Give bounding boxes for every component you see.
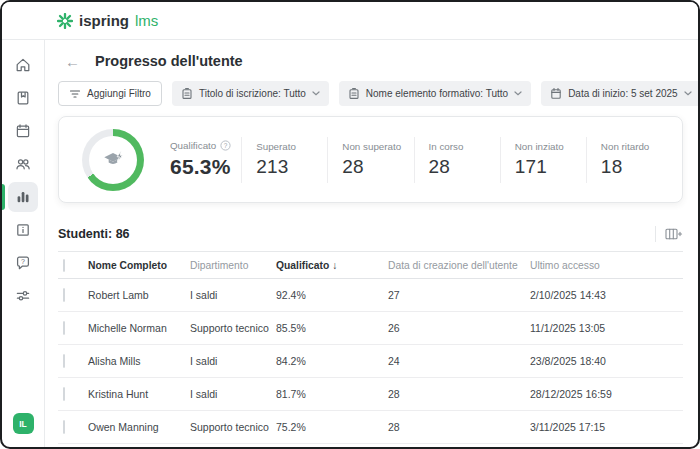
table-row[interactable]: Alisha Mills I saldi 84.2% 24 23/8/2025 … (58, 345, 683, 378)
select-all-checkbox[interactable] (63, 259, 65, 272)
cell-department: Supporto tecnico (190, 421, 276, 433)
students-count-title: Studenti: 86 (58, 227, 130, 241)
stat-not-started: Non inziato 171 (500, 137, 586, 183)
stat-value: 28 (342, 156, 413, 178)
cell-last-access: 28/12/2025 16:59 (530, 388, 683, 400)
cell-created: 26 (388, 322, 530, 334)
stat-value: 65.3% (170, 155, 241, 179)
column-header-created[interactable]: Data di creazione dell'utente (388, 260, 530, 271)
cell-qualified: 84.2% (276, 355, 388, 367)
home-icon (14, 56, 32, 74)
filter-chip-start-date[interactable]: Data di inizio: 5 set 2025 (541, 81, 700, 106)
top-bar: ispring lms (2, 2, 698, 40)
book-icon (14, 89, 32, 107)
reports-icon (14, 188, 32, 206)
stats-row: Qualificato ? 65.3% Superato (170, 137, 682, 183)
graduation-cap-bolt-icon (82, 129, 144, 191)
ispring-spark-logo-icon (57, 13, 73, 29)
stat-qualified: Qualificato ? 65.3% (170, 137, 241, 183)
filter-chip-content-item[interactable]: Nome elemento formativo: Tutto (339, 81, 531, 106)
stat-value: 28 (429, 156, 500, 178)
settings-sliders-icon (14, 287, 32, 305)
cell-name[interactable]: Owen Manning (88, 421, 190, 433)
sidebar-item-home[interactable] (8, 50, 38, 80)
kiosk-icon (14, 221, 32, 239)
manage-columns-button[interactable] (665, 228, 683, 240)
column-header-last-access[interactable]: Ultimo accesso (530, 260, 683, 271)
row-checkbox[interactable] (63, 288, 65, 302)
table-row[interactable]: Owen Manning Supporto tecnico 75.2% 28 3… (58, 411, 683, 444)
stat-failed: Non superato 28 (327, 137, 413, 183)
stat-in-progress: In corso 28 (414, 137, 500, 183)
column-header-qualified[interactable]: Qualificato↓ (276, 260, 388, 271)
filter-chip-label: Data di inizio: 5 set 2025 (568, 88, 678, 99)
cell-name[interactable]: Robert Lamb (88, 289, 190, 301)
cell-last-access: 2/10/2025 14:43 (530, 289, 683, 301)
cell-last-access: 23/8/2025 18:40 (530, 355, 683, 367)
table-row[interactable]: Michelle Norman Supporto tecnico 85.5% 2… (58, 312, 683, 345)
cell-department: I saldi (190, 289, 276, 301)
sidebar-item-courses[interactable] (8, 83, 38, 113)
back-arrow-icon[interactable]: ← (65, 54, 80, 69)
form-icon (348, 87, 360, 100)
user-avatar[interactable]: IL (13, 413, 34, 434)
row-checkbox[interactable] (63, 354, 65, 368)
table-row[interactable]: Kristina Hunt I saldi 81.7% 28 28/12/202… (58, 378, 683, 411)
stat-overdue: Non ritardo 18 (586, 137, 672, 183)
sidebar-nav: ? IL (2, 40, 45, 447)
cell-department: Supporto tecnico (190, 322, 276, 334)
filter-lines-icon (69, 89, 81, 99)
stat-label: Qualificato (170, 140, 216, 151)
column-header-name[interactable]: Nome Completo (88, 260, 190, 271)
sidebar-item-users[interactable] (8, 149, 38, 179)
cell-department: I saldi (190, 355, 276, 367)
cell-name[interactable]: Alisha Mills (88, 355, 190, 367)
add-filter-label: Aggiungi Filtro (87, 88, 151, 99)
chevron-down-icon (514, 91, 522, 96)
table-header-row: Nome Completo Dipartimento Qualificato↓ … (58, 251, 683, 279)
stat-passed: Superato 213 (241, 137, 327, 183)
row-checkbox[interactable] (63, 420, 65, 434)
qualified-donut (82, 129, 144, 191)
table-row[interactable]: Robert Lamb I saldi 92.4% 27 2/10/2025 1… (58, 279, 683, 312)
help-chat-icon: ? (14, 254, 32, 272)
cell-qualified: 75.2% (276, 421, 388, 433)
sidebar-item-support[interactable]: ? (8, 248, 38, 278)
sidebar-item-reports[interactable] (8, 182, 38, 212)
cell-created: 28 (388, 421, 530, 433)
sidebar-item-calendar[interactable] (8, 116, 38, 146)
svg-text:?: ? (21, 258, 25, 265)
cell-created: 27 (388, 289, 530, 301)
help-icon[interactable]: ? (220, 140, 231, 151)
sidebar-item-settings[interactable] (8, 281, 38, 311)
stat-label: Superato (256, 141, 327, 152)
form-icon (181, 87, 193, 100)
progress-summary-card: Qualificato ? 65.3% Superato (58, 116, 683, 203)
row-checkbox[interactable] (63, 387, 65, 401)
column-header-department[interactable]: Dipartimento (190, 260, 276, 271)
stat-value: 18 (601, 156, 672, 178)
calendar-icon (14, 122, 32, 140)
stat-label: Non ritardo (601, 141, 672, 152)
cell-created: 28 (388, 388, 530, 400)
page-title: Progresso dell'utente (95, 53, 243, 69)
chevron-down-icon (312, 91, 320, 96)
stat-value: 213 (256, 156, 327, 178)
page-header: ← Progresso dell'utente (58, 50, 683, 72)
cell-last-access: 3/11/2025 17:15 (530, 421, 683, 433)
stat-value: 171 (515, 156, 586, 178)
cell-created: 24 (388, 355, 530, 367)
svg-text:?: ? (224, 142, 228, 149)
qualified-donut-ring (82, 129, 144, 191)
cell-name[interactable]: Kristina Hunt (88, 388, 190, 400)
stat-label: In corso (429, 141, 500, 152)
sidebar-item-kiosk[interactable] (8, 215, 38, 245)
students-table: Nome Completo Dipartimento Qualificato↓ … (58, 251, 683, 444)
add-filter-button[interactable]: Aggiungi Filtro (58, 81, 162, 106)
brand-name: ispring (79, 12, 129, 29)
divider (655, 226, 656, 242)
row-checkbox[interactable] (63, 321, 65, 335)
filter-chip-enrollment[interactable]: Titolo di iscrizione: Tutto (172, 81, 329, 106)
cell-qualified: 85.5% (276, 322, 388, 334)
cell-name[interactable]: Michelle Norman (88, 322, 190, 334)
